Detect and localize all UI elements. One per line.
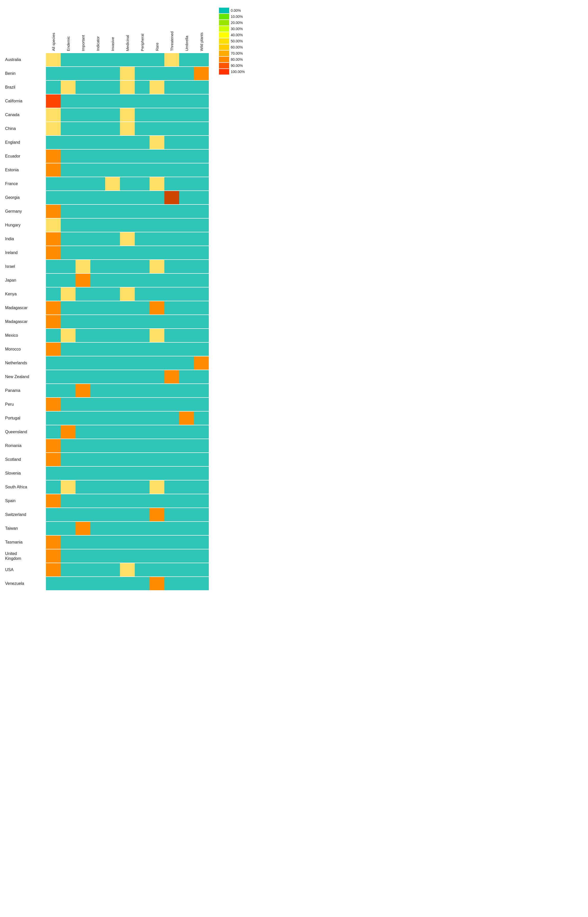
heatmap-cell [194,260,209,273]
heatmap-cell [90,425,105,438]
heatmap-cell [135,108,150,121]
heatmap-cell [194,467,209,480]
heatmap-cell [61,163,76,177]
heatmap-cell [46,232,61,246]
heatmap-cell [164,177,179,191]
heatmap-cell [164,453,179,466]
heatmap-cell [61,398,76,411]
heatmap-cell [150,67,164,80]
heatmap-cell [76,384,90,397]
heatmap-cell [61,467,76,480]
heatmap-cell [120,453,135,466]
col-header: Umbrella [179,5,194,51]
heatmap-cell [194,522,209,535]
heatmap-cell [46,136,61,149]
heatmap-cell [90,232,105,246]
legend-item: 10.00% [219,14,245,19]
heatmap-cell [120,67,135,80]
heatmap-cell [76,412,90,425]
legend-label: 80.00% [231,57,243,61]
heatmap-cell [61,343,76,356]
heatmap-cell [61,549,76,563]
heatmap-cell [194,577,209,590]
heatmap-cell [76,246,90,259]
heatmap-cell [150,453,164,466]
heatmap-cell [61,535,76,549]
heatmap-cell [120,563,135,576]
heatmap-cell [194,108,209,121]
heatmap-cell [90,384,105,397]
legend-color-swatch [219,44,229,50]
heatmap-cell [150,412,164,425]
heatmap-cell [46,163,61,177]
heatmap-cell [76,549,90,563]
heatmap-cell [90,122,105,135]
heatmap-cell [76,301,90,315]
heatmap-cell [150,274,164,287]
heatmap-cell [76,218,90,232]
heatmap-cell [46,522,61,535]
legend-color-swatch [219,14,229,19]
table-row: Romania [5,439,209,452]
legend-color-swatch [219,69,229,74]
heatmap-cell [120,122,135,135]
heatmap-cell [76,343,90,356]
heatmap-cell [61,370,76,383]
legend: 0.00%10.00%20.00%30.00%40.00%50.00%60.00… [219,8,245,75]
row-label: Hungary [5,223,46,228]
heatmap-cell [76,205,90,218]
table-row: Kenya [5,288,209,301]
heatmap-cell [135,232,150,246]
heatmap-cell [76,508,90,521]
table-row: Ecuador [5,150,209,163]
row-label: France [5,181,46,186]
col-header: Wild plants [194,5,209,51]
row-label: Taiwan [5,526,46,531]
heatmap-cell [164,191,179,204]
heatmap-cell [105,108,120,121]
row-label: Madagascar [5,319,46,324]
heatmap-cell [120,315,135,328]
heatmap-cell [120,494,135,508]
heatmap-cell [179,508,194,521]
heatmap-cell [61,205,76,218]
row-label: Kenya [5,291,46,296]
heatmap-cell [150,81,164,94]
heatmap-cell [179,577,194,590]
heatmap-cell [194,370,209,383]
heatmap-cell [76,398,90,411]
heatmap-cell [90,53,105,66]
heatmap-cell [90,508,105,521]
heatmap-cell [150,163,164,177]
heatmap-cell [135,329,150,342]
heatmap-cell [105,67,120,80]
heatmap-cell [135,218,150,232]
heatmap-cell [150,136,164,149]
legend-label: 40.00% [231,33,243,37]
heatmap-cell [179,315,194,328]
table-row: Slovenia [5,467,209,480]
heatmap-cell [46,81,61,94]
heatmap-cell [61,53,76,66]
heatmap-cell [46,246,61,259]
heatmap-cell [135,246,150,259]
legend-color-swatch [219,63,229,68]
heatmap-cell [150,425,164,438]
table-row: Ireland [5,246,209,259]
legend-label: 70.00% [231,51,243,55]
legend-color-swatch [219,26,229,32]
heatmap-cell [194,136,209,149]
heatmap-cell [179,177,194,191]
heatmap-cell [135,274,150,287]
heatmap-cell [105,535,120,549]
table-row: USA [5,563,209,576]
row-label: Scotland [5,457,46,462]
heatmap-cell [61,412,76,425]
heatmap-cell [164,549,179,563]
header-row: All speciesEndemicImportantIndicatorInva… [46,5,209,51]
legend-color-swatch [219,38,229,44]
heatmap-cell [46,412,61,425]
heatmap-cell [135,81,150,94]
heatmap-cell [105,122,120,135]
heatmap-cell [135,136,150,149]
